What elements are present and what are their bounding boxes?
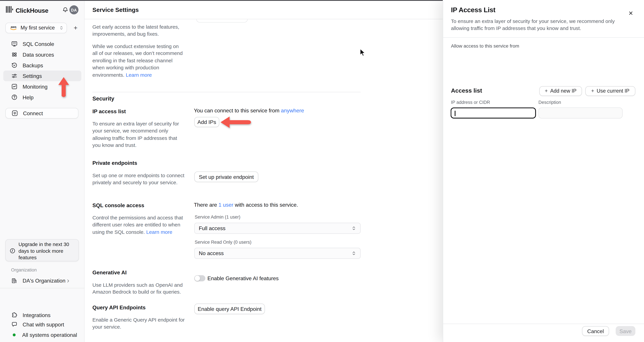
sidebar-item-data-sources[interactable]: Data sources — [3, 49, 81, 60]
sidebar-item-sql-console[interactable]: SQL Console — [3, 38, 81, 49]
help-icon — [11, 94, 18, 101]
service-admin-select[interactable]: Full access — [194, 223, 360, 234]
upgrade-text: Upgrade in the next 30 days to unlock mo… — [18, 241, 77, 261]
service-readonly-select[interactable]: No access — [194, 248, 360, 259]
text-caret — [455, 111, 455, 116]
footer-item-label: Integrations — [23, 312, 50, 318]
connect-label: Connect — [23, 110, 43, 116]
header-divider — [84, 19, 443, 19]
sidebar: ClickHouse DA aws My first service + — [0, 1, 84, 342]
one-user-link[interactable]: 1 user — [218, 202, 234, 208]
generative-ai-label: Generative AI — [92, 269, 126, 276]
enable-query-api-button[interactable]: Enable query API Endpoint — [194, 304, 265, 314]
service-selector[interactable]: aws My first service — [5, 23, 67, 33]
users-access-text: There are 1 user with access to this ser… — [194, 202, 298, 208]
sidebar-item-settings[interactable]: Settings — [3, 70, 81, 81]
ip-access-list-panel: IP Access List ✕ To ensure an extra laye… — [443, 0, 644, 342]
chevron-up-down-icon — [352, 251, 356, 256]
sql-console-icon — [11, 40, 18, 47]
generative-ai-toggle[interactable] — [194, 275, 205, 281]
footer-item-label: Chat with support — [23, 321, 64, 328]
chevron-right-icon — [66, 278, 70, 283]
release-paragraph-2: While we conduct extensive testing on al… — [92, 43, 185, 79]
organization-section-label: Organization — [11, 267, 37, 272]
sql-console-access-desc: Control the permissions and access that … — [92, 214, 185, 236]
sidebar-item-label: Monitoring — [23, 83, 48, 90]
data-sources-icon — [11, 51, 18, 58]
ip-cidr-label: IP address or CIDR — [451, 100, 490, 105]
sidebar-item-label: Data sources — [23, 51, 54, 58]
annotation-arrow-up — [58, 77, 70, 99]
setup-private-endpoint-button[interactable]: Set up private endpoint — [194, 171, 258, 182]
avatar[interactable]: DA — [70, 5, 78, 14]
plus-icon: + — [545, 88, 548, 94]
brand-title: ClickHouse — [16, 7, 48, 14]
connect-from-text: You can connect to this service from any… — [194, 108, 304, 114]
sidebar-item-integrations[interactable]: Integrations — [3, 310, 81, 320]
panel-description: To ensure an extra layer of security for… — [451, 18, 628, 32]
main-content: Service Settings Get early access to the… — [84, 1, 443, 342]
clickhouse-logo-icon — [6, 6, 13, 15]
description-label: Description — [538, 100, 561, 105]
settings-sliders-icon — [11, 73, 18, 79]
status-green-dot-icon — [13, 333, 16, 336]
sidebar-item-label: Backups — [23, 62, 43, 68]
service-admin-label: Service Admin (1 user) — [195, 214, 240, 219]
cancel-button[interactable]: Cancel — [582, 326, 609, 336]
query-api-endpoints-desc: Enable a Generic Query API endpoint for … — [92, 317, 185, 331]
chevron-up-down-icon — [59, 25, 64, 30]
sidebar-item-monitoring[interactable]: Monitoring — [3, 81, 81, 92]
sidebar-item-chat-support[interactable]: Chat with support — [3, 320, 81, 330]
anywhere-link[interactable]: anywhere — [281, 108, 304, 114]
ip-cidr-input[interactable] — [451, 108, 536, 119]
sidebar-item-backups[interactable]: Backups — [3, 60, 81, 71]
organization-row[interactable]: DA's Organization — [3, 276, 81, 286]
panel-header-divider — [443, 37, 644, 38]
access-list-heading: Access list — [451, 87, 482, 94]
sql-console-access-label: SQL console access — [92, 202, 144, 208]
security-heading: Security — [92, 96, 114, 102]
panel-footer-divider — [443, 324, 644, 324]
generative-ai-desc: Use LLM providers such as OpenAI and Ama… — [92, 282, 185, 296]
building-icon — [11, 278, 17, 284]
query-api-endpoints-label: Query API Endpoints — [92, 304, 146, 311]
mouse-cursor — [360, 48, 366, 59]
sidebar-item-help[interactable]: Help — [3, 92, 81, 103]
monitoring-icon — [11, 83, 18, 90]
status-label: All systems operational — [22, 332, 77, 338]
clock-icon — [10, 248, 16, 254]
sidebar-divider — [0, 288, 84, 288]
annotation-arrow-left — [220, 116, 252, 130]
private-endpoints-label: Private endpoints — [92, 160, 137, 166]
notifications-bell-icon[interactable] — [62, 6, 68, 15]
plus-icon: + — [591, 88, 594, 94]
save-button[interactable]: Save — [616, 326, 636, 336]
service-selector-value: My first service — [20, 25, 55, 31]
chevron-up-down-icon — [352, 226, 356, 231]
integrations-puzzle-icon — [11, 312, 18, 318]
aws-provider-icon: aws — [10, 25, 18, 31]
release-channel-select-partial[interactable] — [196, 19, 248, 23]
add-new-ip-button[interactable]: + Add new IP — [539, 86, 582, 96]
ip-access-list-label: IP access list — [92, 108, 126, 115]
add-service-button[interactable]: + — [70, 23, 80, 33]
learn-more-link[interactable]: Learn more — [146, 229, 172, 235]
use-current-ip-button[interactable]: + Use current IP — [585, 86, 636, 96]
private-endpoints-desc: Set up one or more endpoints to connect … — [92, 172, 185, 186]
add-ips-button[interactable]: Add IPs — [194, 117, 219, 127]
connect-button[interactable]: Connect — [5, 108, 78, 119]
sidebar-item-label: SQL Console — [23, 41, 54, 47]
service-readonly-label: Service Read Only (0 users) — [195, 239, 252, 244]
close-icon[interactable]: ✕ — [628, 10, 633, 16]
system-status-row[interactable]: All systems operational — [3, 330, 81, 340]
learn-more-link[interactable]: Learn more — [126, 72, 152, 78]
release-paragraph-1: Get early access to the latest features,… — [92, 24, 185, 38]
ip-access-list-desc: To ensure an extra layer of security for… — [92, 121, 185, 149]
sidebar-item-label: Help — [23, 94, 34, 100]
description-input[interactable] — [538, 108, 623, 119]
allow-access-label: Allow access to this service from — [451, 43, 519, 48]
chat-bubble-icon — [11, 321, 18, 328]
upgrade-banner[interactable]: Upgrade in the next 30 days to unlock mo… — [5, 239, 79, 261]
page-title: Service Settings — [92, 6, 139, 13]
backups-icon — [11, 62, 18, 68]
